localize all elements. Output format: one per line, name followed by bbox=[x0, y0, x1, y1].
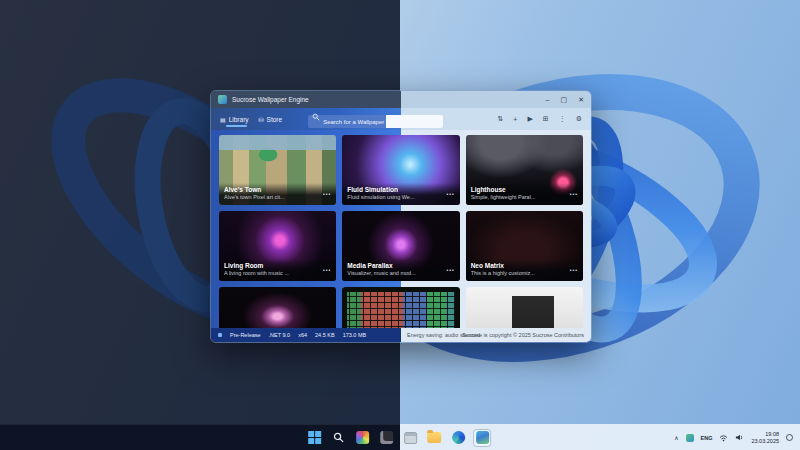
tray-app-icon[interactable] bbox=[686, 434, 694, 442]
titlebar[interactable]: Sucrose Wallpaper Engine – ▢ ✕ bbox=[211, 91, 591, 108]
wallpaper-tile-lighthouse[interactable]: LighthouseSimple, lightweight Paral...••… bbox=[466, 135, 583, 205]
file-explorer-button[interactable] bbox=[426, 430, 442, 446]
status-item: 173.0 MB bbox=[343, 332, 367, 338]
store-icon: ⛁ bbox=[259, 116, 264, 123]
tile-title: Living Room bbox=[224, 262, 331, 270]
edge-button[interactable] bbox=[450, 430, 466, 446]
tab-library[interactable]: ▤ Library bbox=[220, 116, 249, 123]
tile-caption: Neo MatrixThis is a highly customiz... bbox=[466, 259, 583, 281]
clock[interactable]: 19:08 23.03.2025 bbox=[751, 431, 779, 444]
wifi-icon[interactable] bbox=[719, 434, 728, 442]
tile-title: Media Parallax bbox=[347, 262, 454, 270]
window-title: Sucrose Wallpaper Engine bbox=[232, 96, 309, 103]
search-icon bbox=[312, 113, 320, 121]
add-icon[interactable]: + bbox=[513, 116, 517, 123]
settings-icon[interactable]: ⚙ bbox=[576, 115, 582, 123]
tile-title: Fluid Simulation bbox=[347, 186, 454, 194]
tile-caption: Fluid SimulationFluid simulation using W… bbox=[342, 183, 459, 205]
search-button[interactable] bbox=[330, 430, 346, 446]
app-icon bbox=[218, 95, 227, 104]
tab-library-label: Library bbox=[229, 116, 249, 123]
tile-subtitle: Fluid simulation using We... bbox=[347, 194, 454, 201]
tile-more-button[interactable]: ••• bbox=[446, 191, 454, 197]
windows-logo-icon bbox=[308, 431, 321, 444]
maximize-button[interactable]: ▢ bbox=[561, 96, 568, 104]
tray-date: 23.03.2025 bbox=[751, 438, 779, 445]
tile-caption: Living RoomA living room with music ... bbox=[219, 259, 336, 281]
colorful-app-icon bbox=[356, 431, 369, 444]
tile-more-button[interactable]: ••• bbox=[570, 267, 578, 273]
wallpaper-tile-partial-7[interactable] bbox=[342, 287, 459, 328]
tile-caption: LighthouseSimple, lightweight Paral... bbox=[466, 183, 583, 205]
status-left-group: Pre-Release.NET 9.0x6424.5 KB173.0 MB bbox=[218, 332, 366, 338]
language-indicator[interactable]: ENG bbox=[701, 435, 713, 441]
sucrose-app-icon bbox=[476, 431, 489, 444]
tile-title: Alve's Town bbox=[224, 186, 331, 194]
layout-icon[interactable]: ⊞ bbox=[543, 115, 549, 123]
folder-icon bbox=[427, 432, 441, 443]
app-window: Sucrose Wallpaper Engine – ▢ ✕ ▤ Library… bbox=[210, 90, 592, 343]
tile-subtitle: This is a highly customiz... bbox=[471, 270, 578, 277]
colorful-app-button[interactable] bbox=[354, 430, 370, 446]
edge-icon bbox=[452, 431, 465, 444]
wallpaper-tile-alve-s-town[interactable]: Alve's TownAlve's town Pixel art cit...•… bbox=[219, 135, 336, 205]
tile-subtitle: Alve's town Pixel art cit... bbox=[224, 194, 331, 201]
tile-subtitle: Visualizer, music and mod... bbox=[347, 270, 454, 277]
toolbar-actions: ⇅+▶⊞⋮⚙ bbox=[497, 115, 582, 123]
wallpaper-tile-partial-6[interactable] bbox=[219, 287, 336, 328]
tile-more-button[interactable]: ••• bbox=[323, 191, 331, 197]
statusbar: Pre-Release.NET 9.0x6424.5 KB173.0 MB En… bbox=[211, 328, 591, 342]
dark-app-button[interactable] bbox=[378, 430, 394, 446]
wallpaper-tile-media-parallax[interactable]: Media ParallaxVisualizer, music and mod.… bbox=[342, 211, 459, 281]
taskbar-search-icon bbox=[333, 432, 344, 443]
window-app-icon bbox=[404, 432, 417, 444]
tile-title: Lighthouse bbox=[471, 186, 578, 194]
search-input[interactable] bbox=[308, 115, 443, 128]
status-item: Pre-Release bbox=[230, 332, 261, 338]
status-icon bbox=[218, 333, 222, 337]
tile-more-button[interactable]: ••• bbox=[446, 267, 454, 273]
status-item: x64 bbox=[298, 332, 307, 338]
tab-store-label: Store bbox=[267, 116, 283, 123]
wallpaper-tile-fluid-simulation[interactable]: Fluid SimulationFluid simulation using W… bbox=[342, 135, 459, 205]
tile-subtitle: A living room with music ... bbox=[224, 270, 331, 277]
notification-bell-icon[interactable] bbox=[786, 434, 793, 441]
window-app-button[interactable] bbox=[402, 430, 418, 446]
minimize-button[interactable]: – bbox=[546, 96, 550, 104]
toolbar: ▤ Library ⛁ Store ⇅+▶⊞⋮⚙ bbox=[211, 108, 591, 130]
close-button[interactable]: ✕ bbox=[578, 96, 584, 104]
status-item: .NET 9.0 bbox=[269, 332, 291, 338]
copyright-text: Sucrose is copyright © 2025 Sucrose Cont… bbox=[462, 332, 584, 338]
more-icon[interactable]: ⋮ bbox=[559, 115, 566, 123]
start-button[interactable] bbox=[306, 430, 322, 446]
tile-caption: Alve's TownAlve's town Pixel art cit... bbox=[219, 183, 336, 205]
wallpaper-library: Alve's TownAlve's town Pixel art cit...•… bbox=[211, 130, 591, 328]
taskbar: ∧ ENG 19:08 23.03.2025 bbox=[0, 424, 800, 450]
sort-icon[interactable]: ⇅ bbox=[497, 115, 503, 123]
tile-more-button[interactable]: ••• bbox=[323, 267, 331, 273]
tile-title: Neo Matrix bbox=[471, 262, 578, 270]
tile-subtitle: Simple, lightweight Paral... bbox=[471, 194, 578, 201]
wallpaper-tile-living-room[interactable]: Living RoomA living room with music ...•… bbox=[219, 211, 336, 281]
tile-caption: Media ParallaxVisualizer, music and mod.… bbox=[342, 259, 459, 281]
wallpaper-tile-neo-matrix[interactable]: Neo MatrixThis is a highly customiz...••… bbox=[466, 211, 583, 281]
tab-store[interactable]: ⛁ Store bbox=[259, 116, 283, 123]
sucrose-taskbar-button[interactable] bbox=[474, 430, 490, 446]
tile-more-button[interactable]: ••• bbox=[570, 191, 578, 197]
volume-icon[interactable] bbox=[735, 433, 744, 442]
status-item: 24.5 KB bbox=[315, 332, 335, 338]
play-icon[interactable]: ▶ bbox=[527, 115, 532, 123]
hidden-icons-chevron[interactable]: ∧ bbox=[674, 434, 678, 441]
status-message: Energy saving: audio silenced bbox=[407, 332, 480, 338]
wallpaper-tile-partial-8[interactable] bbox=[466, 287, 583, 328]
dark-app-icon bbox=[380, 431, 393, 444]
library-icon: ▤ bbox=[220, 116, 226, 123]
